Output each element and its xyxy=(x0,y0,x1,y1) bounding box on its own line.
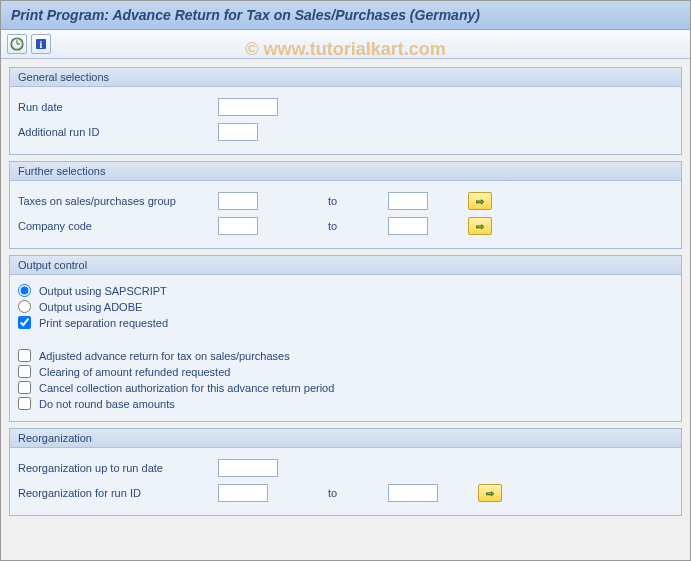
panel-output-control: Output control Output using SAPSCRIPT Ou… xyxy=(9,255,682,422)
panel-header: Reorganization xyxy=(10,429,681,448)
output-adobe-label: Output using ADOBE xyxy=(39,301,142,313)
reorg-date-input[interactable] xyxy=(218,459,278,477)
panel-header: General selections xyxy=(10,68,681,87)
svg-text:i: i xyxy=(40,39,43,50)
cancel-authorization-checkbox[interactable] xyxy=(18,381,31,394)
reorg-date-label: Reorganization up to run date xyxy=(18,462,218,474)
clearing-refund-checkbox[interactable] xyxy=(18,365,31,378)
run-date-input[interactable] xyxy=(218,98,278,116)
print-separation-label: Print separation requested xyxy=(39,317,168,329)
page-title: Print Program: Advance Return for Tax on… xyxy=(1,1,690,30)
additional-run-id-input[interactable] xyxy=(218,123,258,141)
adjusted-return-checkbox[interactable] xyxy=(18,349,31,362)
reorg-run-id-from-input[interactable] xyxy=(218,484,268,502)
info-button[interactable]: i xyxy=(31,34,51,54)
reorg-run-id-multi-select-button[interactable]: ⇨ xyxy=(478,484,502,502)
info-icon: i xyxy=(34,37,48,51)
content-area: General selections Run date Additional r… xyxy=(1,59,690,530)
to-label: to xyxy=(328,195,388,207)
tax-group-label: Taxes on sales/purchases group xyxy=(18,195,218,207)
panel-reorganization: Reorganization Reorganization up to run … xyxy=(9,428,682,516)
panel-general-selections: General selections Run date Additional r… xyxy=(9,67,682,155)
company-code-to-input[interactable] xyxy=(388,217,428,235)
panel-header: Output control xyxy=(10,256,681,275)
run-date-label: Run date xyxy=(18,101,218,113)
to-label: to xyxy=(328,220,388,232)
cancel-authorization-label: Cancel collection authorization for this… xyxy=(39,382,334,394)
output-sapscript-label: Output using SAPSCRIPT xyxy=(39,285,167,297)
print-separation-checkbox[interactable] xyxy=(18,316,31,329)
adjusted-return-label: Adjusted advance return for tax on sales… xyxy=(39,350,290,362)
panel-header: Further selections xyxy=(10,162,681,181)
toolbar: i xyxy=(1,30,690,59)
additional-run-id-label: Additional run ID xyxy=(18,126,218,138)
arrow-right-icon: ⇨ xyxy=(476,196,484,207)
output-sapscript-radio[interactable] xyxy=(18,284,31,297)
company-code-from-input[interactable] xyxy=(218,217,258,235)
company-code-label: Company code xyxy=(18,220,218,232)
execute-icon xyxy=(10,37,24,51)
clearing-refund-label: Clearing of amount refunded requested xyxy=(39,366,230,378)
execute-button[interactable] xyxy=(7,34,27,54)
arrow-right-icon: ⇨ xyxy=(486,488,494,499)
reorg-run-id-to-input[interactable] xyxy=(388,484,438,502)
no-round-label: Do not round base amounts xyxy=(39,398,175,410)
to-label: to xyxy=(328,487,388,499)
tax-group-to-input[interactable] xyxy=(388,192,428,210)
arrow-right-icon: ⇨ xyxy=(476,221,484,232)
reorg-run-id-label: Reorganization for run ID xyxy=(18,487,218,499)
no-round-checkbox[interactable] xyxy=(18,397,31,410)
tax-group-multi-select-button[interactable]: ⇨ xyxy=(468,192,492,210)
output-adobe-radio[interactable] xyxy=(18,300,31,313)
company-code-multi-select-button[interactable]: ⇨ xyxy=(468,217,492,235)
tax-group-from-input[interactable] xyxy=(218,192,258,210)
panel-further-selections: Further selections Taxes on sales/purcha… xyxy=(9,161,682,249)
